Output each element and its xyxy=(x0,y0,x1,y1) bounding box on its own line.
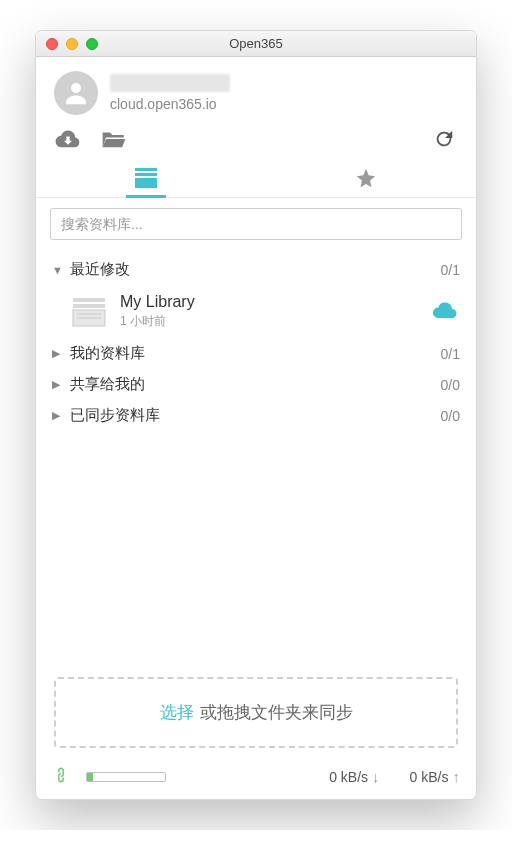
sync-status-cloud xyxy=(432,301,458,323)
tabs xyxy=(36,161,476,198)
open-folder-button[interactable] xyxy=(100,127,128,151)
chevron-right-icon: ▶ xyxy=(52,347,66,360)
search-input[interactable] xyxy=(50,208,462,240)
svg-rect-4 xyxy=(73,298,105,302)
arrow-down-icon: ↓ xyxy=(372,768,380,785)
chevron-down-icon: ▼ xyxy=(52,264,66,276)
section-shared[interactable]: ▶ 共享给我的 0/0 xyxy=(50,369,462,400)
cloud-icon xyxy=(432,301,458,319)
section-count: 0/0 xyxy=(441,377,460,393)
section-label: 共享给我的 xyxy=(70,375,145,394)
account-name-redacted xyxy=(110,74,230,92)
svg-rect-2 xyxy=(135,173,157,176)
sync-progress xyxy=(86,772,166,782)
tab-starred[interactable] xyxy=(256,161,476,197)
dropzone[interactable]: 选择或拖拽文件夹来同步 xyxy=(54,677,458,748)
folder-open-icon xyxy=(101,128,127,150)
dropzone-text: 或拖拽文件夹来同步 xyxy=(200,703,353,722)
svg-rect-3 xyxy=(135,178,157,188)
library-time: 1 小时前 xyxy=(120,313,195,330)
search-wrap xyxy=(36,198,476,250)
section-label: 我的资料库 xyxy=(70,344,145,363)
tab-libraries[interactable] xyxy=(36,161,256,197)
section-mine[interactable]: ▶ 我的资料库 0/1 xyxy=(50,338,462,369)
account-text: cloud.open365.io xyxy=(110,74,230,112)
link-icon xyxy=(48,762,73,787)
upload-rate: 0 kB/s ↑ xyxy=(410,768,460,785)
section-synced[interactable]: ▶ 已同步资料库 0/0 xyxy=(50,400,462,431)
section-label: 最近修改 xyxy=(70,260,130,279)
section-count: 0/0 xyxy=(441,408,460,424)
titlebar: Open365 xyxy=(36,31,476,57)
library-list: ▼ 最近修改 0/1 My Library 1 小时前 xyxy=(36,250,476,677)
cloud-download-icon xyxy=(55,128,81,150)
svg-rect-1 xyxy=(135,168,157,171)
chevron-right-icon: ▶ xyxy=(52,409,66,422)
svg-point-0 xyxy=(71,83,81,93)
star-icon xyxy=(353,167,379,189)
account-header: cloud.open365.io xyxy=(36,57,476,123)
person-icon xyxy=(61,78,91,108)
arrow-up-icon: ↑ xyxy=(453,768,461,785)
library-thumb-icon xyxy=(70,296,108,328)
refresh-icon xyxy=(431,128,457,150)
window-title: Open365 xyxy=(36,36,476,51)
statusbar: 0 kB/s ↓ 0 kB/s ↑ xyxy=(36,758,476,799)
library-row[interactable]: My Library 1 小时前 xyxy=(50,285,462,338)
avatar[interactable] xyxy=(54,71,98,115)
app-window: Open365 cloud.open365.io xyxy=(35,30,477,800)
section-label: 已同步资料库 xyxy=(70,406,160,425)
section-count: 0/1 xyxy=(441,346,460,362)
upload-rate-value: 0 kB/s xyxy=(410,769,449,785)
download-rate: 0 kB/s ↓ xyxy=(329,768,379,785)
account-server: cloud.open365.io xyxy=(110,96,230,112)
svg-rect-5 xyxy=(73,304,105,308)
library-title: My Library xyxy=(120,293,195,311)
toolbar xyxy=(36,123,476,157)
section-recent[interactable]: ▼ 最近修改 0/1 xyxy=(50,254,462,285)
choose-link[interactable]: 选择 xyxy=(160,703,194,722)
section-count: 0/1 xyxy=(441,262,460,278)
chevron-right-icon: ▶ xyxy=(52,378,66,391)
library-icon xyxy=(133,167,159,189)
library-info: My Library 1 小时前 xyxy=(120,293,195,330)
download-rate-value: 0 kB/s xyxy=(329,769,368,785)
cloud-download-button[interactable] xyxy=(54,127,82,151)
connection-status xyxy=(52,766,70,787)
refresh-button[interactable] xyxy=(430,127,458,151)
